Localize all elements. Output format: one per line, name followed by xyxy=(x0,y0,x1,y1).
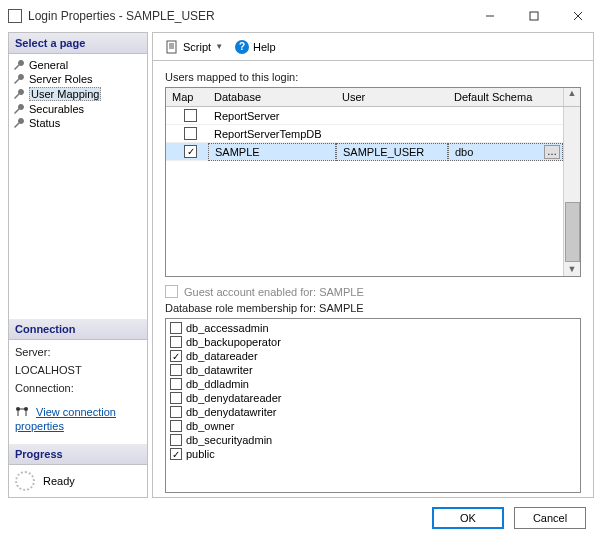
role-item[interactable]: db_datareader xyxy=(170,349,576,363)
grid-header: Map Database User Default Schema ▲ xyxy=(166,88,580,107)
right-pane: Script ▼ ? Help Users mapped to this log… xyxy=(152,32,594,498)
role-checkbox[interactable] xyxy=(170,434,182,446)
guest-account-checkbox xyxy=(165,285,178,298)
roles-caption: Database role membership for: SAMPLE xyxy=(165,302,581,314)
users-mapped-caption: Users mapped to this login: xyxy=(165,71,581,83)
titlebar: Login Properties - SAMPLE_USER xyxy=(2,2,600,30)
page-nav: GeneralServer RolesUser MappingSecurable… xyxy=(9,54,147,134)
help-label: Help xyxy=(253,41,276,53)
role-label: db_backupoperator xyxy=(186,335,281,349)
chevron-down-icon: ▼ xyxy=(215,42,223,51)
cell-schema[interactable]: dbo… xyxy=(448,143,563,161)
server-label: Server: xyxy=(15,346,141,358)
sidebar-item-general[interactable]: General xyxy=(11,58,145,72)
role-membership-list[interactable]: db_accessadmindb_backupoperatordb_datare… xyxy=(165,318,581,493)
role-item[interactable]: db_securityadmin xyxy=(170,433,576,447)
window-title: Login Properties - SAMPLE_USER xyxy=(28,9,215,23)
ok-button[interactable]: OK xyxy=(432,507,504,529)
maximize-button[interactable] xyxy=(512,2,556,30)
role-checkbox[interactable] xyxy=(170,350,182,362)
role-checkbox[interactable] xyxy=(170,378,182,390)
role-label: db_accessadmin xyxy=(186,321,269,335)
role-item[interactable]: db_accessadmin xyxy=(170,321,576,335)
left-pane: Select a page GeneralServer RolesUser Ma… xyxy=(8,32,148,498)
cell-user[interactable]: SAMPLE_USER xyxy=(336,143,448,161)
scrollbar-thumb[interactable] xyxy=(565,202,580,262)
role-item[interactable]: db_datawriter xyxy=(170,363,576,377)
role-checkbox[interactable] xyxy=(170,364,182,376)
role-checkbox[interactable] xyxy=(170,322,182,334)
cell-database[interactable]: SAMPLE xyxy=(208,143,336,161)
role-item[interactable]: db_denydatareader xyxy=(170,391,576,405)
role-label: db_securityadmin xyxy=(186,433,272,447)
role-label: db_ddladmin xyxy=(186,377,249,391)
role-checkbox[interactable] xyxy=(170,406,182,418)
sidebar-item-server-roles[interactable]: Server Roles xyxy=(11,72,145,86)
sidebar-item-securables[interactable]: Securables xyxy=(11,102,145,116)
dialog-footer: OK Cancel xyxy=(2,498,600,537)
col-database[interactable]: Database xyxy=(208,91,336,103)
sidebar-item-label: General xyxy=(29,59,68,71)
cancel-button[interactable]: Cancel xyxy=(514,507,586,529)
user-mapping-grid[interactable]: Map Database User Default Schema ▲ Repor… xyxy=(165,87,581,277)
sidebar-item-label: Server Roles xyxy=(29,73,93,85)
wrench-icon xyxy=(13,73,25,85)
wrench-icon xyxy=(13,88,25,100)
help-icon: ? xyxy=(235,40,249,54)
grid-scrollbar[interactable]: ▼ xyxy=(563,107,580,276)
role-item[interactable]: db_ddladmin xyxy=(170,377,576,391)
role-label: db_owner xyxy=(186,419,234,433)
col-user[interactable]: User xyxy=(336,91,448,103)
role-checkbox[interactable] xyxy=(170,392,182,404)
role-label: db_denydatareader xyxy=(186,391,281,405)
role-checkbox[interactable] xyxy=(170,420,182,432)
connection-header: Connection xyxy=(9,319,147,340)
role-item[interactable]: db_backupoperator xyxy=(170,335,576,349)
server-value: LOCALHOST xyxy=(15,364,141,376)
map-checkbox[interactable] xyxy=(184,127,197,140)
role-label: db_datawriter xyxy=(186,363,253,377)
connection-properties-icon xyxy=(15,406,29,420)
cell-database[interactable]: ReportServer xyxy=(208,110,336,122)
map-checkbox[interactable] xyxy=(184,145,197,158)
sidebar-item-label: Securables xyxy=(29,103,84,115)
wrench-icon xyxy=(13,103,25,115)
map-checkbox[interactable] xyxy=(184,109,197,122)
wrench-icon xyxy=(13,117,25,129)
sidebar-item-label: Status xyxy=(29,117,60,129)
svg-rect-9 xyxy=(167,41,176,53)
toolbar: Script ▼ ? Help xyxy=(153,33,593,61)
col-default-schema[interactable]: Default Schema xyxy=(448,91,563,103)
role-label: public xyxy=(186,447,215,461)
script-icon xyxy=(165,40,179,54)
minimize-button[interactable] xyxy=(468,2,512,30)
role-item[interactable]: public xyxy=(170,447,576,461)
svg-rect-1 xyxy=(530,12,538,20)
view-connection-properties-link[interactable]: View connection properties xyxy=(15,406,116,432)
scrollbar-down-arrow[interactable]: ▼ xyxy=(568,262,577,276)
app-icon xyxy=(8,9,22,23)
role-checkbox[interactable] xyxy=(170,336,182,348)
select-page-header: Select a page xyxy=(9,33,147,54)
progress-header: Progress xyxy=(9,444,147,465)
sidebar-item-user-mapping[interactable]: User Mapping xyxy=(11,86,145,102)
cell-database[interactable]: ReportServerTempDB xyxy=(208,128,336,140)
grid-row[interactable]: ReportServer xyxy=(166,107,580,125)
scrollbar-up-arrow[interactable]: ▲ xyxy=(563,88,580,106)
grid-row[interactable]: ReportServerTempDB xyxy=(166,125,580,143)
schema-browse-button[interactable]: … xyxy=(544,145,560,159)
col-map[interactable]: Map xyxy=(166,91,208,103)
script-button[interactable]: Script ▼ xyxy=(161,38,227,56)
script-label: Script xyxy=(183,41,211,53)
role-label: db_denydatawriter xyxy=(186,405,277,419)
sidebar-item-status[interactable]: Status xyxy=(11,116,145,130)
progress-spinner-icon xyxy=(15,471,35,491)
help-button[interactable]: ? Help xyxy=(231,38,280,56)
role-item[interactable]: db_denydatawriter xyxy=(170,405,576,419)
close-button[interactable] xyxy=(556,2,600,30)
grid-row[interactable]: SAMPLESAMPLE_USERdbo… xyxy=(166,143,580,161)
role-checkbox[interactable] xyxy=(170,448,182,460)
sidebar-item-label: User Mapping xyxy=(29,87,101,101)
role-item[interactable]: db_owner xyxy=(170,419,576,433)
progress-status: Ready xyxy=(43,475,75,487)
